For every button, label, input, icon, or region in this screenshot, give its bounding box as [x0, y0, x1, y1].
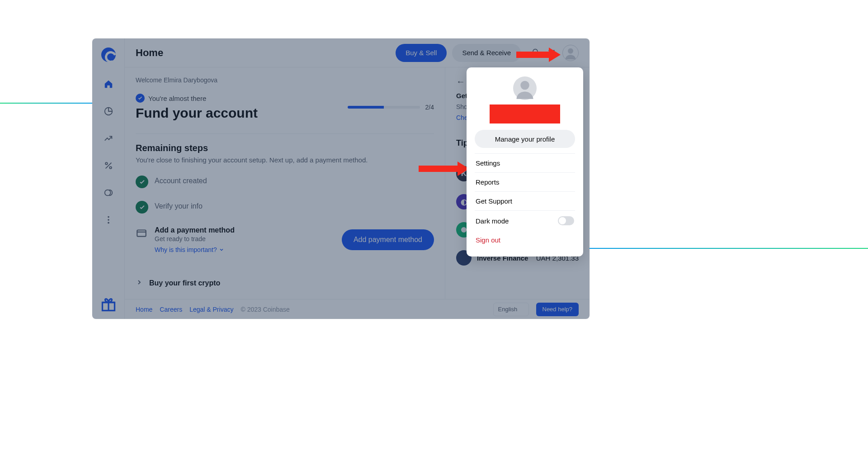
- footer-legal-link[interactable]: Legal & Privacy: [189, 306, 233, 313]
- dark-mode-toggle[interactable]: [558, 216, 574, 225]
- step-label: Account created: [155, 176, 207, 185]
- step-add-payment: Add a payment method Get ready to trade …: [136, 226, 235, 253]
- svg-point-3: [104, 190, 110, 196]
- svg-point-20: [520, 81, 529, 90]
- menu-label: Dark mode: [476, 217, 509, 225]
- step-title: Add a payment method: [155, 226, 235, 234]
- check-circle-icon: [136, 176, 148, 188]
- menu-item-dark-mode: Dark mode: [475, 210, 575, 231]
- remaining-steps-sub: You're close to finishing your account s…: [136, 156, 434, 164]
- chevron-down-icon: [219, 247, 224, 252]
- coinbase-logo-icon[interactable]: [101, 48, 116, 62]
- profile-avatar-button[interactable]: [562, 45, 579, 61]
- decorative-gradient-right: [590, 248, 868, 249]
- menu-item-support[interactable]: Get Support: [475, 191, 575, 210]
- send-receive-button[interactable]: Send & Receive: [452, 44, 521, 62]
- almost-there-label: You're almost there: [148, 95, 206, 102]
- menu-item-signout[interactable]: Sign out: [475, 231, 575, 249]
- footer-home-link[interactable]: Home: [136, 306, 152, 313]
- card-icon: [136, 226, 148, 241]
- footer-careers-link[interactable]: Careers: [160, 306, 182, 313]
- svg-point-5: [108, 219, 109, 221]
- svg-point-17: [568, 48, 573, 53]
- sidebar: [92, 38, 125, 319]
- manage-profile-button[interactable]: Manage your profile: [475, 130, 575, 148]
- divider: [136, 133, 434, 134]
- menu-item-reports[interactable]: Reports: [475, 172, 575, 191]
- step-label: Verify your info: [155, 201, 203, 210]
- trending-icon[interactable]: [104, 133, 113, 143]
- svg-rect-18: [137, 230, 146, 237]
- profile-menu-popover: Manage your profile Settings Reports Get…: [467, 67, 583, 256]
- more-icon[interactable]: [104, 215, 113, 225]
- setup-progress-label: 2/4: [425, 104, 434, 111]
- check-icon: [136, 94, 145, 103]
- step-account-created: Account created: [136, 176, 434, 188]
- svg-point-19: [461, 227, 467, 233]
- add-payment-method-button[interactable]: Add payment method: [342, 229, 434, 250]
- menu-label: Sign out: [476, 236, 500, 244]
- profile-name-redacted: [490, 104, 560, 124]
- footer-copyright: © 2023 Coinbase: [241, 306, 289, 313]
- step-buy-first-crypto[interactable]: Buy your first crypto: [136, 279, 434, 288]
- annotation-arrow: [419, 162, 469, 176]
- language-select[interactable]: English: [493, 303, 529, 316]
- svg-point-2: [109, 166, 112, 169]
- need-help-button[interactable]: Need help?: [536, 303, 579, 316]
- chevron-right-icon: [136, 279, 143, 288]
- footer: Home Careers Legal & Privacy © 2023 Coin…: [125, 299, 590, 319]
- gift-icon[interactable]: [100, 296, 117, 313]
- step-subtitle: Get ready to trade: [155, 235, 235, 242]
- svg-point-1: [105, 162, 108, 165]
- setup-progress-bar: [348, 106, 420, 109]
- decorative-gradient-left: [0, 103, 92, 104]
- menu-label: Reports: [476, 178, 500, 186]
- menu-item-settings[interactable]: Settings: [475, 153, 575, 172]
- pie-icon[interactable]: [104, 106, 113, 116]
- step-verify-info: Verify your info: [136, 201, 434, 214]
- link-label: Why is this important?: [155, 246, 217, 253]
- svg-point-6: [108, 222, 109, 224]
- main-content: Welcome Elmira Darybogova You're almost …: [125, 67, 445, 299]
- step-title: Buy your first crypto: [149, 279, 220, 287]
- app-window: Home Buy & Sell Send & Receive Welcome E…: [92, 38, 590, 319]
- svg-point-4: [108, 216, 109, 218]
- home-icon[interactable]: [104, 79, 113, 89]
- welcome-text: Welcome Elmira Darybogova: [136, 76, 434, 84]
- profile-avatar-icon: [513, 76, 537, 100]
- buy-sell-button[interactable]: Buy & Sell: [396, 44, 447, 62]
- page-title: Home: [136, 47, 163, 59]
- coin-icon[interactable]: [104, 188, 113, 198]
- menu-label: Settings: [476, 159, 500, 167]
- percent-icon[interactable]: [104, 161, 113, 171]
- annotation-arrow: [516, 48, 561, 62]
- remaining-steps-title: Remaining steps: [136, 143, 434, 153]
- check-circle-icon: [136, 201, 148, 214]
- fund-account-title: Fund your account: [136, 105, 258, 121]
- why-important-link[interactable]: Why is this important?: [155, 246, 235, 253]
- menu-label: Get Support: [476, 197, 512, 205]
